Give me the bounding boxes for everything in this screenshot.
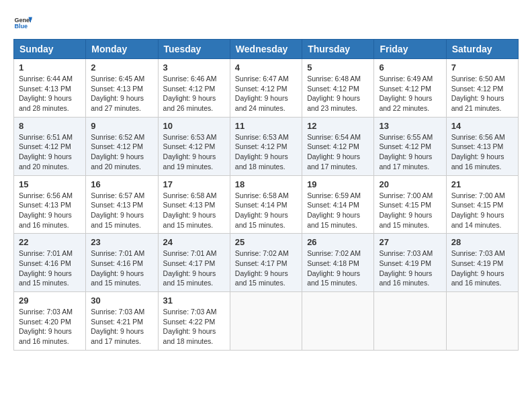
calendar-day-cell: 1Sunrise: 6:44 AMSunset: 4:13 PMDaylight… xyxy=(14,59,86,118)
day-detail: Sunrise: 6:58 AMSunset: 4:14 PMDaylight:… xyxy=(235,191,297,230)
day-detail: Sunrise: 7:03 AMSunset: 4:19 PMDaylight:… xyxy=(451,248,513,288)
day-number: 29 xyxy=(19,295,81,306)
calendar-day-cell: 2Sunrise: 6:45 AMSunset: 4:13 PMDaylight… xyxy=(86,59,158,118)
day-detail: Sunrise: 6:58 AMSunset: 4:13 PMDaylight:… xyxy=(163,191,225,230)
calendar-body: 1Sunrise: 6:44 AMSunset: 4:13 PMDaylight… xyxy=(14,59,519,351)
calendar-day-cell: 17Sunrise: 6:58 AMSunset: 4:13 PMDayligh… xyxy=(158,175,230,234)
calendar-day-cell: 16Sunrise: 6:57 AMSunset: 4:13 PMDayligh… xyxy=(86,175,158,234)
day-number: 27 xyxy=(379,237,441,247)
calendar-day-cell: 12Sunrise: 6:54 AMSunset: 4:12 PMDayligh… xyxy=(302,117,374,175)
day-number: 3 xyxy=(163,62,225,73)
day-number: 19 xyxy=(307,179,369,189)
calendar-week-row: 29Sunrise: 7:03 AMSunset: 4:20 PMDayligh… xyxy=(14,292,519,351)
day-number: 12 xyxy=(307,121,369,131)
day-detail: Sunrise: 7:03 AMSunset: 4:22 PMDaylight:… xyxy=(163,307,225,347)
calendar-day-cell: 3Sunrise: 6:46 AMSunset: 4:12 PMDaylight… xyxy=(158,59,230,118)
calendar-day-cell: 31Sunrise: 7:03 AMSunset: 4:22 PMDayligh… xyxy=(158,292,230,351)
day-detail: Sunrise: 6:52 AMSunset: 4:12 PMDaylight:… xyxy=(91,132,152,172)
calendar-day-cell: 22Sunrise: 7:01 AMSunset: 4:16 PMDayligh… xyxy=(14,234,86,292)
calendar-day-cell: 29Sunrise: 7:03 AMSunset: 4:20 PMDayligh… xyxy=(14,292,86,351)
page-header: General Blue xyxy=(13,13,519,32)
day-number: 28 xyxy=(451,237,513,247)
calendar-day-cell: 18Sunrise: 6:58 AMSunset: 4:14 PMDayligh… xyxy=(230,175,302,234)
weekday-header-cell: Thursday xyxy=(302,40,374,59)
calendar-week-row: 1Sunrise: 6:44 AMSunset: 4:13 PMDaylight… xyxy=(14,59,519,118)
day-detail: Sunrise: 6:48 AMSunset: 4:12 PMDaylight:… xyxy=(307,74,369,113)
logo-icon: General Blue xyxy=(13,13,32,32)
calendar-week-row: 22Sunrise: 7:01 AMSunset: 4:16 PMDayligh… xyxy=(14,234,519,292)
calendar-day-cell: 4Sunrise: 6:47 AMSunset: 4:12 PMDaylight… xyxy=(230,59,302,118)
calendar-day-cell: 24Sunrise: 7:01 AMSunset: 4:17 PMDayligh… xyxy=(158,234,230,292)
day-number: 16 xyxy=(91,179,152,189)
weekday-header-cell: Saturday xyxy=(446,40,518,59)
day-number: 13 xyxy=(379,121,441,131)
weekday-header-row: SundayMondayTuesdayWednesdayThursdayFrid… xyxy=(14,40,519,59)
day-detail: Sunrise: 6:50 AMSunset: 4:12 PMDaylight:… xyxy=(451,74,513,113)
day-number: 30 xyxy=(91,295,152,306)
day-number: 17 xyxy=(163,179,225,189)
day-detail: Sunrise: 6:56 AMSunset: 4:13 PMDaylight:… xyxy=(451,132,513,172)
day-detail: Sunrise: 7:00 AMSunset: 4:15 PMDaylight:… xyxy=(451,191,513,230)
day-number: 22 xyxy=(19,237,81,247)
calendar-day-cell: 20Sunrise: 7:00 AMSunset: 4:15 PMDayligh… xyxy=(374,175,446,234)
calendar-day-cell: 13Sunrise: 6:55 AMSunset: 4:12 PMDayligh… xyxy=(374,117,446,175)
day-number: 15 xyxy=(19,179,81,189)
day-detail: Sunrise: 7:00 AMSunset: 4:15 PMDaylight:… xyxy=(379,191,441,230)
calendar-day-cell: 7Sunrise: 6:50 AMSunset: 4:12 PMDaylight… xyxy=(446,59,518,118)
calendar-day-cell: 11Sunrise: 6:53 AMSunset: 4:12 PMDayligh… xyxy=(230,117,302,175)
day-detail: Sunrise: 7:03 AMSunset: 4:20 PMDaylight:… xyxy=(19,307,81,347)
calendar-day-cell xyxy=(230,292,302,351)
calendar-day-cell: 15Sunrise: 6:56 AMSunset: 4:13 PMDayligh… xyxy=(14,175,86,234)
day-number: 18 xyxy=(235,179,297,189)
day-detail: Sunrise: 6:54 AMSunset: 4:12 PMDaylight:… xyxy=(307,132,369,172)
calendar-day-cell: 6Sunrise: 6:49 AMSunset: 4:12 PMDaylight… xyxy=(374,59,446,118)
day-number: 4 xyxy=(235,62,297,73)
day-detail: Sunrise: 7:01 AMSunset: 4:17 PMDaylight:… xyxy=(163,248,225,288)
calendar-day-cell: 19Sunrise: 6:59 AMSunset: 4:14 PMDayligh… xyxy=(302,175,374,234)
day-number: 24 xyxy=(163,237,225,247)
svg-text:Blue: Blue xyxy=(14,23,28,30)
day-detail: Sunrise: 6:55 AMSunset: 4:12 PMDaylight:… xyxy=(379,132,441,172)
calendar-day-cell: 5Sunrise: 6:48 AMSunset: 4:12 PMDaylight… xyxy=(302,59,374,118)
calendar-day-cell: 23Sunrise: 7:01 AMSunset: 4:16 PMDayligh… xyxy=(86,234,158,292)
day-number: 9 xyxy=(91,121,152,131)
day-number: 14 xyxy=(451,121,513,131)
day-number: 25 xyxy=(235,237,297,247)
day-detail: Sunrise: 6:45 AMSunset: 4:13 PMDaylight:… xyxy=(91,74,152,113)
calendar-day-cell: 28Sunrise: 7:03 AMSunset: 4:19 PMDayligh… xyxy=(446,234,518,292)
day-detail: Sunrise: 7:02 AMSunset: 4:17 PMDaylight:… xyxy=(235,248,297,288)
calendar-day-cell: 27Sunrise: 7:03 AMSunset: 4:19 PMDayligh… xyxy=(374,234,446,292)
day-detail: Sunrise: 6:49 AMSunset: 4:12 PMDaylight:… xyxy=(379,74,441,113)
calendar-day-cell: 25Sunrise: 7:02 AMSunset: 4:17 PMDayligh… xyxy=(230,234,302,292)
day-number: 10 xyxy=(163,121,225,131)
day-number: 7 xyxy=(451,62,513,73)
day-number: 11 xyxy=(235,121,297,131)
calendar-table: SundayMondayTuesdayWednesdayThursdayFrid… xyxy=(13,39,519,351)
logo: General Blue xyxy=(13,13,32,32)
day-detail: Sunrise: 6:56 AMSunset: 4:13 PMDaylight:… xyxy=(19,191,81,230)
calendar-day-cell: 14Sunrise: 6:56 AMSunset: 4:13 PMDayligh… xyxy=(446,117,518,175)
day-number: 31 xyxy=(163,295,225,306)
calendar-day-cell xyxy=(446,292,518,351)
day-number: 2 xyxy=(91,62,152,73)
calendar-day-cell: 26Sunrise: 7:02 AMSunset: 4:18 PMDayligh… xyxy=(302,234,374,292)
calendar-week-row: 8Sunrise: 6:51 AMSunset: 4:12 PMDaylight… xyxy=(14,117,519,175)
weekday-header-cell: Monday xyxy=(86,40,158,59)
day-detail: Sunrise: 7:03 AMSunset: 4:19 PMDaylight:… xyxy=(379,248,441,288)
day-number: 8 xyxy=(19,121,81,131)
day-number: 20 xyxy=(379,179,441,189)
day-detail: Sunrise: 6:57 AMSunset: 4:13 PMDaylight:… xyxy=(91,191,152,230)
day-number: 26 xyxy=(307,237,369,247)
calendar-day-cell: 21Sunrise: 7:00 AMSunset: 4:15 PMDayligh… xyxy=(446,175,518,234)
day-detail: Sunrise: 7:01 AMSunset: 4:16 PMDaylight:… xyxy=(19,248,81,288)
weekday-header-cell: Wednesday xyxy=(230,40,302,59)
calendar-day-cell xyxy=(374,292,446,351)
calendar-day-cell: 9Sunrise: 6:52 AMSunset: 4:12 PMDaylight… xyxy=(86,117,158,175)
day-detail: Sunrise: 7:03 AMSunset: 4:21 PMDaylight:… xyxy=(91,307,152,347)
calendar-week-row: 15Sunrise: 6:56 AMSunset: 4:13 PMDayligh… xyxy=(14,175,519,234)
day-detail: Sunrise: 6:46 AMSunset: 4:12 PMDaylight:… xyxy=(163,74,225,113)
day-detail: Sunrise: 6:53 AMSunset: 4:12 PMDaylight:… xyxy=(163,132,225,172)
day-number: 6 xyxy=(379,62,441,73)
day-number: 5 xyxy=(307,62,369,73)
day-detail: Sunrise: 6:44 AMSunset: 4:13 PMDaylight:… xyxy=(19,74,81,113)
